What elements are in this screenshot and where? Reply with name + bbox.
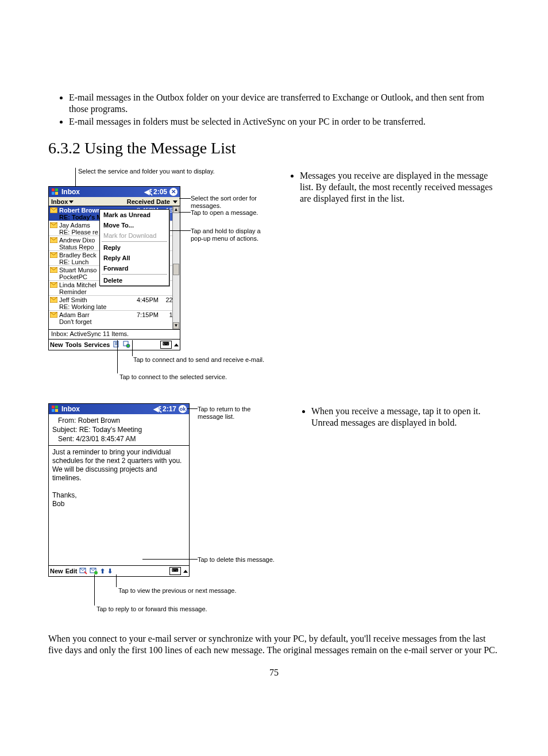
- start-icon[interactable]: [51, 188, 59, 196]
- app-title: Inbox: [61, 405, 153, 413]
- envelope-icon: [50, 222, 57, 228]
- scrollbar[interactable]: ▲ ▼: [172, 206, 180, 329]
- menu-separator: [102, 241, 167, 242]
- note-open-message: When you receive a message, tap it to op…: [311, 406, 500, 429]
- command-bar: New Tools Services ⌨: [49, 339, 180, 350]
- app-title: Inbox: [61, 188, 144, 196]
- note-message-list: Messages you receive are displayed in th…: [300, 170, 500, 205]
- msg-time: 4:45PM: [137, 296, 163, 303]
- callout-delete: Tap to delete this message.: [198, 556, 275, 564]
- callout-return: Tap to return to the message list.: [198, 406, 278, 420]
- msg-subject: RE: Working late: [59, 303, 178, 310]
- svg-rect-1: [55, 188, 58, 191]
- svg-rect-18: [55, 409, 58, 412]
- callout-select-folder: Select the service and folder you want t…: [78, 168, 215, 175]
- menu-mark-download: Mark for Download: [100, 230, 169, 241]
- scroll-thumb[interactable]: [173, 264, 179, 275]
- message-row[interactable]: Adam Barr7:15PM1K Don't forget: [49, 311, 180, 325]
- menu-separator: [102, 274, 167, 275]
- menu-delete[interactable]: Delete: [100, 275, 169, 286]
- sendreceive-icon[interactable]: [122, 340, 130, 349]
- volume-icon[interactable]: ◀ξ: [144, 188, 152, 196]
- menu-up-icon[interactable]: [183, 570, 188, 573]
- msg-subject: Don't forget: [59, 318, 178, 325]
- intro-bullet: E-mail messages in folders must be selec…: [69, 116, 500, 128]
- svg-rect-15: [52, 406, 55, 408]
- closing-paragraph: When you connect to your e-mail server o…: [48, 633, 500, 656]
- envelope-icon: [50, 282, 57, 288]
- envelope-icon: [50, 297, 57, 303]
- body-paragraph: Bob: [52, 500, 186, 508]
- close-icon[interactable]: ✕: [169, 188, 177, 196]
- msg-subject: Reminder: [59, 288, 178, 295]
- context-menu: Mark as Unread Move To... Mark for Downl…: [99, 209, 169, 286]
- svg-rect-3: [55, 192, 58, 195]
- callout-prev-next: Tap to view the previous or next message…: [118, 587, 236, 595]
- body-paragraph: Thanks,: [52, 491, 186, 500]
- envelope-icon: [50, 267, 57, 273]
- title-bar: Inbox ◀ξ 2:17 ok: [49, 404, 189, 414]
- menu-mark-unread[interactable]: Mark as Unread: [100, 210, 169, 220]
- command-bar: New Edit ⬆ ⬇ ⌨: [49, 565, 189, 576]
- sender-name: Adam Barr: [59, 311, 137, 318]
- body-paragraph: Just a reminder to bring your individual…: [52, 448, 186, 483]
- sort-dropdown[interactable]: Received Date: [127, 198, 177, 205]
- figure-message-list: Select the service and folder you want t…: [48, 168, 267, 392]
- cmd-new[interactable]: New: [50, 568, 63, 574]
- callout-connect: Tap to connect and to send and receive e…: [133, 356, 264, 364]
- connect-icon[interactable]: [112, 340, 120, 349]
- cmd-edit[interactable]: Edit: [65, 568, 78, 574]
- next-message-icon[interactable]: ⬇: [107, 568, 113, 575]
- callout-open: Tap to open a message.: [191, 209, 258, 217]
- scroll-down-icon[interactable]: ▼: [173, 322, 179, 329]
- sort-bar: Inbox Received Date: [49, 197, 180, 206]
- callout-hold: Tap and hold to display a pop-up menu of…: [191, 227, 267, 242]
- message-row[interactable]: Jeff Smith4:45PM22K RE: Working late: [49, 296, 180, 311]
- clock: 2:05: [153, 188, 167, 196]
- reply-icon[interactable]: [79, 566, 87, 576]
- keyboard-icon[interactable]: ⌨: [169, 567, 181, 575]
- figure-message-view: Inbox ◀ξ 2:17 ok From: Robert Brown Subj…: [48, 403, 278, 622]
- callout-reply: Tap to reply to or forward this message.: [97, 605, 207, 613]
- callout-sort: Select the sort order for messages.: [191, 195, 267, 209]
- page-number: 75: [48, 668, 500, 678]
- menu-reply-all[interactable]: Reply All: [100, 253, 169, 263]
- cmd-tools[interactable]: Tools: [65, 341, 82, 348]
- svg-rect-0: [52, 188, 55, 191]
- keyboard-icon[interactable]: ⌨: [160, 341, 172, 349]
- intro-bullet: E-mail messages in the Outbox folder on …: [69, 92, 500, 115]
- envelope-icon: [50, 312, 57, 318]
- ok-button[interactable]: ok: [179, 405, 187, 413]
- message-list: Robert Brown8:45PM16K RE: Today's Meetin…: [49, 206, 180, 329]
- device-screen: Inbox ◀ξ 2:05 ✕ Inbox Received Date: [48, 186, 180, 350]
- sender-name: Jeff Smith: [59, 296, 137, 303]
- cmd-services[interactable]: Services: [84, 341, 110, 348]
- cmd-new[interactable]: New: [50, 341, 63, 348]
- envelope-icon: [50, 237, 57, 243]
- scroll-up-icon[interactable]: ▲: [173, 206, 179, 213]
- title-bar: Inbox ◀ξ 2:05 ✕: [49, 187, 180, 197]
- envelope-icon: [50, 207, 57, 213]
- start-icon[interactable]: [51, 405, 59, 413]
- menu-move-to[interactable]: Move To...: [100, 220, 169, 230]
- clock: 2:17: [163, 405, 176, 413]
- menu-forward[interactable]: Forward: [100, 263, 169, 273]
- folder-dropdown[interactable]: Inbox: [51, 198, 74, 205]
- svg-rect-2: [52, 192, 55, 195]
- message-body: Just a reminder to bring your individual…: [49, 446, 189, 565]
- menu-reply[interactable]: Reply: [100, 242, 169, 253]
- header-subject: Subject: RE: Today's Meeting: [52, 425, 186, 434]
- volume-icon[interactable]: ◀ξ: [153, 405, 161, 413]
- prev-message-icon[interactable]: ⬆: [100, 568, 105, 575]
- device-screen: Inbox ◀ξ 2:17 ok From: Robert Brown Subj…: [48, 403, 190, 577]
- message-header: From: Robert Brown Subject: RE: Today's …: [49, 414, 189, 446]
- envelope-icon: [50, 252, 57, 258]
- msg-time: 7:15PM: [137, 311, 163, 318]
- header-from: From: Robert Brown: [52, 416, 186, 425]
- status-bar: Inbox: ActiveSync 11 Items.: [49, 329, 180, 339]
- menu-up-icon[interactable]: [174, 344, 179, 346]
- svg-point-14: [126, 344, 130, 348]
- header-sent: Sent: 4/23/01 8:45:47 AM: [52, 434, 186, 443]
- intro-bullet-list: E-mail messages in the Outbox folder on …: [48, 92, 500, 128]
- svg-rect-17: [52, 409, 55, 412]
